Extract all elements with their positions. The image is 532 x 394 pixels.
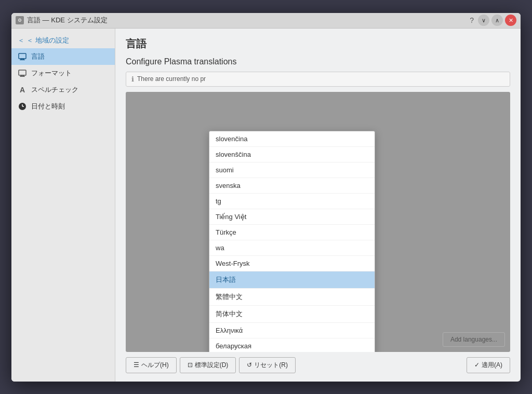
default-label: 標準設定(D) bbox=[195, 361, 229, 370]
help-label: ヘルプ(H) bbox=[141, 361, 169, 370]
info-text: There are currently no pr bbox=[137, 75, 206, 83]
maximize-button[interactable]: ∧ bbox=[491, 15, 503, 26]
apply-icon: ✓ bbox=[474, 361, 480, 369]
sidebar: ＜ ＜ 地域の設定 言語 bbox=[11, 29, 115, 382]
close-button[interactable]: ✕ bbox=[505, 15, 516, 26]
datetime-icon bbox=[18, 102, 27, 111]
sidebar-label-spellcheck: スペルチェック bbox=[31, 85, 78, 94]
sidebar-back-button[interactable]: ＜ ＜ 地域の設定 bbox=[11, 33, 115, 48]
back-icon: ＜ bbox=[18, 36, 24, 45]
help-button[interactable]: ? bbox=[468, 15, 476, 25]
language-list-item[interactable]: беларуская bbox=[209, 338, 375, 352]
language-list-item[interactable]: 繁體中文 bbox=[209, 289, 375, 306]
main-content: ＜ ＜ 地域の設定 言語 bbox=[11, 29, 521, 382]
section-title: Configure Plasma translations bbox=[126, 57, 510, 66]
language-dropdown: slovenčinaslovenščinasuomisvenskatgTiếng… bbox=[209, 131, 375, 352]
minimize-button[interactable]: ∨ bbox=[478, 15, 489, 26]
footer-left-buttons: ☰ ヘルプ(H) ⊡ 標準設定(D) ↺ リセット(R) bbox=[126, 357, 296, 373]
svg-rect-3 bbox=[19, 70, 26, 75]
language-list-item[interactable]: slovenščina bbox=[209, 147, 375, 162]
titlebar: ⚙ 言語 — KDE システム設定 ? ∨ ∧ ✕ bbox=[11, 13, 521, 29]
language-list-item[interactable]: West-Frysk bbox=[209, 256, 375, 271]
help-button[interactable]: ☰ ヘルプ(H) bbox=[126, 357, 177, 373]
reset-button[interactable]: ↺ リセット(R) bbox=[239, 357, 296, 373]
sidebar-item-datetime[interactable]: 日付と時刻 bbox=[11, 98, 115, 115]
language-list-item[interactable]: svenska bbox=[209, 178, 375, 194]
language-list-item[interactable]: 日本語 bbox=[209, 271, 375, 289]
language-list-item[interactable]: Türkçe bbox=[209, 225, 375, 240]
language-list-item[interactable]: 简体中文 bbox=[209, 306, 375, 323]
apply-button[interactable]: ✓ 適用(A) bbox=[467, 357, 510, 373]
sidebar-item-spellcheck[interactable]: A スペルチェック bbox=[11, 81, 115, 98]
default-icon: ⊡ bbox=[188, 361, 193, 369]
svg-rect-1 bbox=[21, 59, 24, 60]
window-title: 言語 — KDE システム設定 bbox=[27, 16, 108, 25]
language-list-item[interactable]: Tiếng Việt bbox=[209, 209, 375, 225]
language-list-item[interactable]: tg bbox=[209, 194, 375, 209]
svg-rect-5 bbox=[20, 76, 25, 77]
apply-label: 適用(A) bbox=[482, 361, 502, 370]
sidebar-label-language: 言語 bbox=[31, 52, 45, 61]
page-title: 言語 bbox=[126, 37, 510, 51]
svg-rect-0 bbox=[19, 53, 26, 59]
app-icon: ⚙ bbox=[16, 16, 24, 24]
main-window: ⚙ 言語 — KDE システム設定 ? ∨ ∧ ✕ ＜ ＜ 地域の設定 bbox=[11, 13, 521, 382]
language-list-item[interactable]: suomi bbox=[209, 162, 375, 178]
footer-buttons: ☰ ヘルプ(H) ⊡ 標準設定(D) ↺ リセット(R) ✓ 適用(A) bbox=[126, 357, 510, 373]
language-panel: slovenčinaslovenščinasuomisvenskatgTiếng… bbox=[126, 92, 510, 352]
back-label: ＜ 地域の設定 bbox=[26, 36, 69, 45]
language-list-item[interactable]: Ελληνικά bbox=[209, 323, 375, 338]
default-button[interactable]: ⊡ 標準設定(D) bbox=[180, 357, 236, 373]
format-icon bbox=[18, 69, 27, 78]
titlebar-left: ⚙ 言語 — KDE システム設定 bbox=[16, 16, 108, 25]
spellcheck-icon: A bbox=[18, 85, 27, 94]
help-icon: ☰ bbox=[134, 361, 139, 369]
sidebar-item-format[interactable]: フォーマット bbox=[11, 65, 115, 81]
svg-rect-4 bbox=[21, 75, 24, 76]
language-list-item[interactable]: wa bbox=[209, 240, 375, 256]
info-bar: ℹ There are currently no pr bbox=[126, 72, 510, 87]
language-icon bbox=[18, 52, 27, 61]
add-languages-button[interactable]: Add languages... bbox=[443, 332, 505, 347]
language-list[interactable]: slovenčinaslovenščinasuomisvenskatgTiếng… bbox=[209, 131, 375, 352]
titlebar-controls: ? ∨ ∧ ✕ bbox=[468, 15, 516, 26]
sidebar-item-language[interactable]: 言語 bbox=[11, 48, 115, 65]
info-icon: ℹ bbox=[131, 75, 134, 83]
reset-label: リセット(R) bbox=[254, 361, 288, 370]
reset-icon: ↺ bbox=[247, 361, 252, 369]
content-area: 言語 Configure Plasma translations ℹ There… bbox=[115, 29, 521, 382]
sidebar-label-format: フォーマット bbox=[31, 69, 72, 78]
sidebar-label-datetime: 日付と時刻 bbox=[31, 102, 65, 111]
svg-rect-2 bbox=[20, 60, 25, 60]
language-list-item[interactable]: slovenčina bbox=[209, 131, 375, 147]
